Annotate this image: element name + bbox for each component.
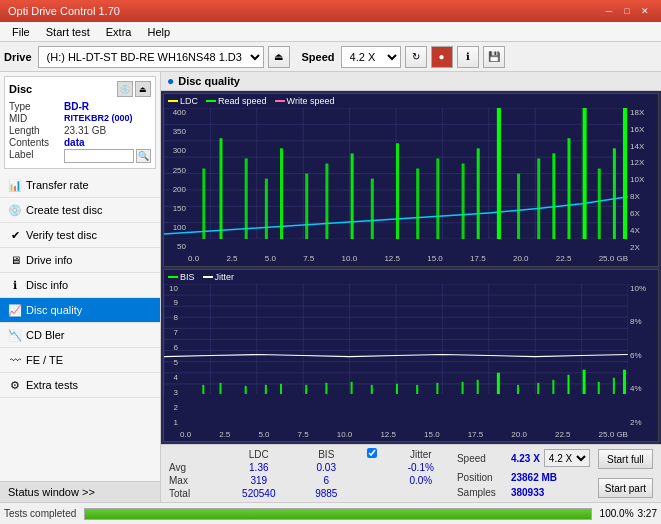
- write-color-dot: [275, 100, 285, 102]
- speed-select[interactable]: 4.2 X: [341, 46, 401, 68]
- maximize-button[interactable]: □: [619, 4, 635, 18]
- menu-help[interactable]: Help: [139, 24, 178, 40]
- sidebar-item-transfer-rate[interactable]: 📊 Transfer rate: [0, 173, 160, 198]
- nav-label-fe-te: FE / TE: [26, 354, 63, 366]
- label-input[interactable]: [64, 149, 134, 163]
- main-layout: Disc 💿 ⏏ Type BD-R MID RITEKBR2 (000) Le…: [0, 72, 661, 502]
- window-controls: ─ □ ✕: [601, 4, 653, 18]
- svg-rect-68: [265, 384, 267, 394]
- fe-te-icon: 〰: [8, 353, 22, 367]
- svg-rect-22: [245, 158, 248, 239]
- disc-section-label: Disc: [9, 83, 32, 95]
- disc-icon-btn[interactable]: 💿: [117, 81, 133, 97]
- minimize-button[interactable]: ─: [601, 4, 617, 18]
- max-label: Max: [165, 474, 220, 487]
- drive-info-icon: 🖥: [8, 253, 22, 267]
- svg-rect-81: [537, 382, 539, 394]
- nav-label-cd-bler: CD Bler: [26, 329, 65, 341]
- length-val: 23.31 GB: [64, 125, 106, 136]
- speed-stat-select[interactable]: 4.2 X: [544, 449, 590, 467]
- save-button[interactable]: 💾: [483, 46, 505, 68]
- nav-label-transfer-rate: Transfer rate: [26, 179, 89, 191]
- bis-legend: BIS Jitter: [168, 272, 234, 282]
- app-title: Opti Drive Control 1.70: [8, 5, 120, 17]
- col-header-bis: BIS: [298, 447, 355, 461]
- y-label-100: 100: [166, 223, 186, 232]
- avg-label: Avg: [165, 461, 220, 474]
- mid-val: RITEKBR2 (000): [64, 113, 133, 124]
- info-button[interactable]: ℹ: [457, 46, 479, 68]
- disc-contents-row: Contents data: [9, 137, 151, 148]
- y-label-8x: 8X: [630, 192, 656, 201]
- sidebar-item-drive-info[interactable]: 🖥 Drive info: [0, 248, 160, 273]
- svg-rect-79: [497, 372, 500, 394]
- col-header-jitter: Jitter: [389, 447, 453, 461]
- svg-rect-82: [552, 379, 554, 394]
- nav-label-extra-tests: Extra tests: [26, 379, 78, 391]
- y-label-400: 400: [166, 108, 186, 117]
- sidebar-item-verify-test-disc[interactable]: ✔ Verify test disc: [0, 223, 160, 248]
- sidebar-item-extra-tests[interactable]: ⚙ Extra tests: [0, 373, 160, 398]
- y-label-50: 50: [166, 242, 186, 251]
- status-window-label: Status window >>: [8, 486, 95, 498]
- sidebar-item-cd-bler[interactable]: 📉 CD Bler: [0, 323, 160, 348]
- svg-rect-25: [305, 174, 308, 240]
- ldc-max: 319: [220, 474, 298, 487]
- disc-type-row: Type BD-R: [9, 101, 151, 112]
- y-label-18x: 18X: [630, 108, 656, 117]
- refresh-button[interactable]: ↻: [405, 46, 427, 68]
- y-label-300: 300: [166, 146, 186, 155]
- settings-button[interactable]: ●: [431, 46, 453, 68]
- drive-select[interactable]: (H:) HL-DT-ST BD-RE WH16NS48 1.D3: [38, 46, 264, 68]
- x-label-0: 0.0: [188, 254, 199, 263]
- svg-rect-21: [219, 138, 222, 239]
- bis-chart: BIS Jitter: [163, 269, 659, 443]
- jitter-checkbox[interactable]: [367, 448, 377, 458]
- nav-label-drive-info: Drive info: [26, 254, 72, 266]
- disc-eject-btn[interactable]: ⏏: [135, 81, 151, 97]
- y-label-8pct: 8%: [630, 317, 656, 326]
- sidebar-item-fe-te[interactable]: 〰 FE / TE: [0, 348, 160, 373]
- svg-rect-87: [623, 369, 626, 394]
- svg-rect-78: [477, 379, 479, 394]
- chart1-x-axis: 0.0 2.5 5.0 7.5 10.0 12.5 15.0 17.5 20.0…: [188, 252, 628, 266]
- menu-file[interactable]: File: [4, 24, 38, 40]
- sidebar-item-disc-quality[interactable]: 📈 Disc quality: [0, 298, 160, 323]
- y-label-6pct: 6%: [630, 351, 656, 360]
- nav-list: 📊 Transfer rate 💿 Create test disc ✔ Ver…: [0, 173, 160, 398]
- close-button[interactable]: ✕: [637, 4, 653, 18]
- svg-rect-86: [613, 377, 615, 394]
- y-label-10x: 10X: [630, 175, 656, 184]
- position-row: Position 23862 MB: [457, 472, 590, 483]
- status-window-button[interactable]: Status window >>: [0, 481, 160, 502]
- svg-rect-73: [371, 384, 373, 394]
- sidebar: Disc 💿 ⏏ Type BD-R MID RITEKBR2 (000) Le…: [0, 72, 161, 502]
- bis-legend-bis-label: BIS: [180, 272, 195, 282]
- type-val: BD-R: [64, 101, 89, 112]
- eject-button[interactable]: ⏏: [268, 46, 290, 68]
- svg-rect-33: [477, 148, 480, 239]
- start-full-button[interactable]: Start full: [598, 449, 653, 469]
- status-bar: Tests completed 100.0% 3:27: [0, 502, 661, 524]
- label-key: Label: [9, 149, 64, 163]
- svg-rect-66: [219, 382, 221, 394]
- sidebar-item-disc-info[interactable]: ℹ Disc info: [0, 273, 160, 298]
- position-label: Position: [457, 472, 507, 483]
- ldc-chart-svg: [164, 108, 628, 239]
- label-search-btn[interactable]: 🔍: [136, 149, 151, 163]
- sidebar-item-create-test-disc[interactable]: 💿 Create test disc: [0, 198, 160, 223]
- stats-avg-row: Avg 1.36 0.03 -0.1%: [165, 461, 453, 474]
- col-header-jitter-check: [355, 447, 389, 461]
- bis-color-dot: [168, 276, 178, 278]
- ldc-legend-ldc-label: LDC: [180, 96, 198, 106]
- svg-rect-72: [351, 381, 353, 394]
- disc-length-row: Length 23.31 GB: [9, 125, 151, 136]
- charts-area: LDC Read speed Write speed: [161, 91, 661, 444]
- y-label-4x: 4X: [630, 226, 656, 235]
- ldc-legend-ldc: LDC: [168, 96, 198, 106]
- bis-max: 6: [298, 474, 355, 487]
- start-part-button[interactable]: Start part: [598, 478, 653, 498]
- menu-extra[interactable]: Extra: [98, 24, 140, 40]
- menu-start-test[interactable]: Start test: [38, 24, 98, 40]
- chart2-y-left: 10 9 8 7 6 5 4 3 2 1: [164, 284, 180, 428]
